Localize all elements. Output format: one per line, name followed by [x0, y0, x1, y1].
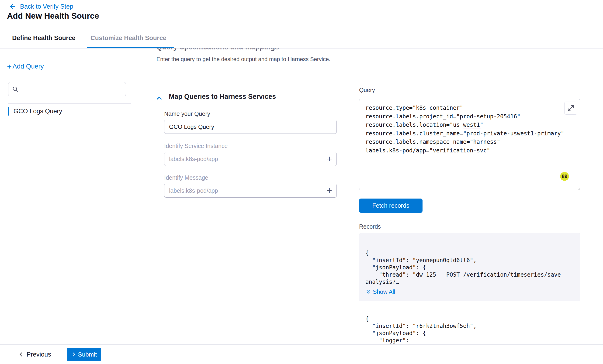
back-link-label: Back to Verify Step [20, 3, 73, 10]
show-all-label: Show All [373, 288, 395, 295]
footer-bar: Previous Submit [0, 344, 603, 364]
sidebar-item-gco-logs-query[interactable]: GCO Logs Query [8, 107, 62, 116]
service-instance-add-button[interactable]: + [324, 153, 334, 165]
records-label: Records [359, 223, 381, 230]
horizontal-divider [147, 72, 594, 72]
search-icon [12, 86, 19, 92]
query-search-input[interactable] [22, 86, 122, 93]
page-header: Back to Verify Step Add New Health Sourc… [0, 0, 603, 48]
expand-query-button[interactable] [564, 102, 577, 115]
identify-service-instance-label: Identify Service Instance [164, 143, 228, 149]
tab-customize-health-source[interactable]: Customize Health Source [91, 34, 166, 42]
arrow-left-icon [9, 3, 16, 10]
collapse-section-button[interactable] [155, 94, 163, 102]
char-count-badge: 89 [560, 172, 569, 181]
query-search-box [8, 82, 126, 96]
show-all-link[interactable]: Show All [365, 288, 395, 295]
expand-icon [567, 105, 574, 112]
fetch-records-button[interactable]: Fetch records [359, 199, 423, 213]
name-query-label: Name your Query [164, 111, 210, 117]
message-input[interactable] [164, 184, 337, 198]
query-item-label: GCO Logs Query [13, 108, 62, 115]
submit-label: Submit [78, 351, 97, 358]
tab-define-health-source[interactable]: Define Health Source [12, 34, 76, 42]
record-item-1: { "insertId": "yennepun0qtd6ll6", "jsonP… [359, 233, 580, 301]
chevron-right-icon [71, 352, 77, 357]
service-instance-input[interactable] [164, 152, 337, 166]
add-query-label: Add Query [12, 63, 44, 70]
query-editor: resource.type="k8s_container" resource.l… [359, 99, 580, 190]
message-add-button[interactable]: + [324, 185, 334, 196]
previous-label: Previous [27, 351, 51, 358]
submit-button[interactable]: Submit [67, 348, 101, 361]
active-tab-underline [87, 47, 174, 48]
add-query-button[interactable]: + Add Query [7, 62, 44, 70]
section-subheading: Enter the query to get the desired outpu… [156, 56, 330, 62]
sidebar-divider [8, 103, 131, 104]
identify-message-label: Identify Message [164, 174, 208, 181]
chevron-left-icon [18, 352, 24, 357]
map-queries-heading: Map Queries to Harness Services [169, 93, 276, 101]
double-chevron-down-icon [365, 289, 371, 295]
query-name-input[interactable] [164, 120, 337, 134]
page-title: Add New Health Source [7, 11, 99, 21]
query-label: Query [359, 87, 375, 93]
query-textarea[interactable]: resource.type="k8s_container" resource.l… [359, 99, 580, 190]
message-field: + [164, 184, 337, 198]
chevron-up-icon [155, 94, 163, 102]
record-1-json: { "insertId": "yennepun0qtd6ll6", "jsonP… [365, 250, 574, 286]
plus-icon: + [7, 62, 12, 70]
previous-button[interactable]: Previous [17, 348, 52, 361]
selected-indicator-bar [8, 107, 9, 116]
service-instance-field: + [164, 152, 337, 166]
back-to-verify-step-link[interactable]: Back to Verify Step [9, 3, 73, 10]
vertical-divider [147, 72, 147, 344]
